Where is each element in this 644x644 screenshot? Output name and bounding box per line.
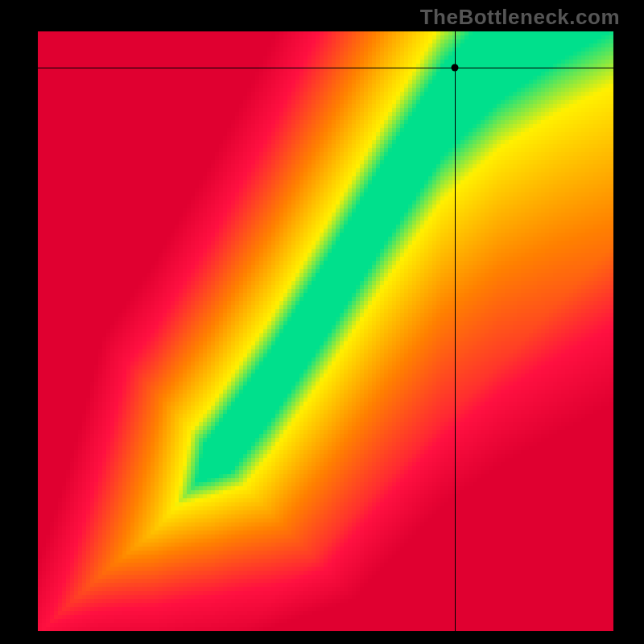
heatmap-plot bbox=[38, 31, 613, 631]
selection-marker bbox=[452, 64, 459, 71]
heatmap-canvas bbox=[38, 31, 613, 631]
crosshair-horizontal bbox=[38, 68, 613, 68]
chart-frame: TheBottleneck.com bbox=[0, 0, 644, 644]
watermark-text: TheBottleneck.com bbox=[420, 5, 620, 30]
crosshair-vertical bbox=[455, 31, 456, 631]
